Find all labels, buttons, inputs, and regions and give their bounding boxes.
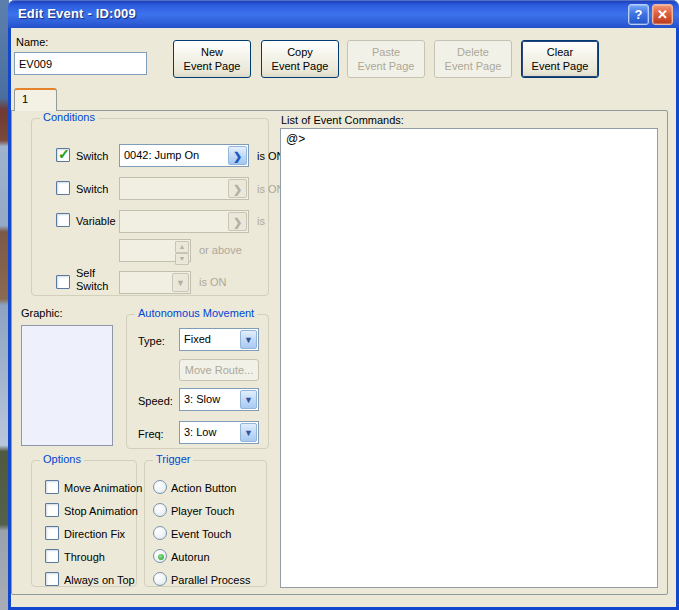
freq-dropdown-button[interactable]: ▼ [240, 423, 257, 442]
autonomous-movement-group: Autonomous Movement Type: Fixed ▼ Move R… [126, 314, 269, 449]
button-label-line1: Clear [547, 45, 573, 59]
button-label-line2: Event Page [445, 59, 502, 73]
variable-operand-spinner: ▲ ▼ [119, 239, 191, 262]
speed-dropdown-button[interactable]: ▼ [240, 390, 257, 409]
switch2-checkbox[interactable]: ✓ [56, 181, 70, 195]
stop-animation-label: Stop Animation [64, 505, 138, 517]
self-switch-dropdown-button: ▼ [172, 273, 189, 292]
conditions-group: Conditions ✓ Switch 0042: Jump On ❯ is O… [31, 118, 269, 296]
command-line[interactable]: @> [286, 132, 652, 146]
variable-field: ❯ [119, 210, 249, 233]
switch1-checkbox[interactable]: ✓ [56, 148, 70, 162]
autorun-label: Autorun [171, 551, 210, 563]
variable-checkbox[interactable]: ✓ [56, 213, 70, 227]
always-on-top-label: Always on Top [64, 574, 135, 586]
player-touch-label: Player Touch [171, 505, 234, 517]
action-button-label: Action Button [171, 482, 236, 494]
help-button[interactable]: ? [628, 4, 649, 25]
chevron-right-icon: ❯ [233, 216, 242, 228]
spinner-up-icon: ▲ [175, 241, 189, 253]
chevron-right-icon: ❯ [233, 150, 242, 162]
switch1-field[interactable]: 0042: Jump On ❯ [119, 144, 249, 167]
direction-fix-label: Direction Fix [64, 528, 125, 540]
options-caption: Options [40, 453, 84, 465]
variable-operand-suffix: or above [199, 244, 242, 256]
event-page-panel: Conditions ✓ Switch 0042: Jump On ❯ is O… [11, 110, 668, 595]
speed-select[interactable]: 3: Slow ▼ [179, 388, 259, 411]
help-icon: ? [635, 7, 643, 22]
tab-page-1[interactable]: 1 [14, 88, 57, 111]
close-button[interactable]: ✕ [652, 4, 673, 25]
speed-value: 3: Slow [184, 393, 220, 405]
chevron-down-icon: ▼ [176, 278, 185, 288]
chevron-down-icon: ▼ [244, 395, 253, 405]
variable-label: Variable [76, 215, 116, 227]
name-label: Name: [16, 36, 48, 48]
action-button-radio[interactable] [153, 480, 167, 494]
commands-list-label: List of Event Commands: [281, 114, 404, 126]
delete-event-page-button: Delete Event Page [434, 40, 512, 78]
type-value: Fixed [184, 333, 211, 345]
clear-event-page-button[interactable]: Clear Event Page [521, 40, 599, 78]
switch2-picker-button: ❯ [228, 179, 247, 198]
tab-label: 1 [22, 93, 28, 105]
switch2-field: ❯ [119, 177, 249, 200]
window-title: Edit Event - ID:009 [18, 6, 136, 21]
type-select[interactable]: Fixed ▼ [179, 328, 259, 351]
freq-label: Freq: [138, 428, 164, 440]
name-input[interactable] [14, 52, 147, 75]
copy-event-page-button[interactable]: Copy Event Page [261, 40, 339, 78]
radio-dot [158, 554, 164, 560]
autorun-radio[interactable] [153, 549, 167, 563]
event-touch-radio[interactable] [153, 526, 167, 540]
paste-event-page-button: Paste Event Page [347, 40, 425, 78]
type-dropdown-button[interactable]: ▼ [240, 330, 257, 349]
through-checkbox[interactable]: ✓ [45, 549, 59, 563]
move-animation-checkbox[interactable]: ✓ [45, 480, 59, 494]
switch1-label: Switch [76, 150, 108, 162]
parallel-process-label: Parallel Process [171, 574, 250, 586]
variable-suffix: is [257, 215, 265, 227]
title-bar[interactable]: Edit Event - ID:009 ? ✕ [8, 0, 679, 28]
graphic-label: Graphic: [21, 307, 63, 319]
move-animation-label: Move Animation [64, 482, 142, 494]
spinner-buttons: ▲ ▼ [175, 241, 189, 260]
through-label: Through [64, 551, 105, 563]
check-icon: ✓ [58, 146, 70, 162]
button-label-line1: Copy [287, 45, 313, 59]
conditions-caption: Conditions [40, 111, 98, 123]
button-label-line2: Event Page [184, 59, 241, 73]
self-switch-field: ▼ [119, 271, 191, 294]
self-switch-label: Self Switch [76, 267, 116, 293]
freq-select[interactable]: 3: Low ▼ [179, 421, 259, 444]
type-label: Type: [138, 335, 165, 347]
move-route-label: Move Route... [185, 363, 253, 377]
button-label-line1: Delete [457, 45, 489, 59]
speed-label: Speed: [138, 395, 173, 407]
edit-event-dialog: Edit Event - ID:009 ? ✕ Name: New Event … [8, 0, 679, 610]
direction-fix-checkbox[interactable]: ✓ [45, 526, 59, 540]
new-event-page-button[interactable]: New Event Page [173, 40, 251, 78]
button-label-line2: Event Page [272, 59, 329, 73]
button-label-line1: Paste [372, 45, 400, 59]
switch1-picker-button[interactable]: ❯ [228, 146, 247, 165]
chevron-down-icon: ▼ [244, 428, 253, 438]
graphic-preview-box[interactable] [21, 325, 113, 446]
event-touch-label: Event Touch [171, 528, 231, 540]
player-touch-radio[interactable] [153, 503, 167, 517]
chevron-down-icon: ▼ [244, 335, 253, 345]
self-switch-checkbox[interactable]: ✓ [56, 275, 70, 289]
commands-listbox[interactable]: @> [280, 128, 658, 588]
always-on-top-checkbox[interactable]: ✓ [45, 572, 59, 586]
freq-value: 3: Low [184, 426, 216, 438]
options-group: Options ✓ Move Animation ✓ Stop Animatio… [31, 460, 137, 587]
parallel-process-radio[interactable] [153, 572, 167, 586]
dialog-client-area: Name: New Event Page Copy Event Page Pas… [11, 28, 676, 607]
trigger-caption: Trigger [153, 453, 193, 465]
button-label-line2: Event Page [358, 59, 415, 73]
button-label-line2: Event Page [532, 59, 589, 73]
stop-animation-checkbox[interactable]: ✓ [45, 503, 59, 517]
close-icon: ✕ [657, 7, 668, 22]
move-route-button: Move Route... [179, 359, 259, 381]
button-label-line1: New [201, 45, 223, 59]
